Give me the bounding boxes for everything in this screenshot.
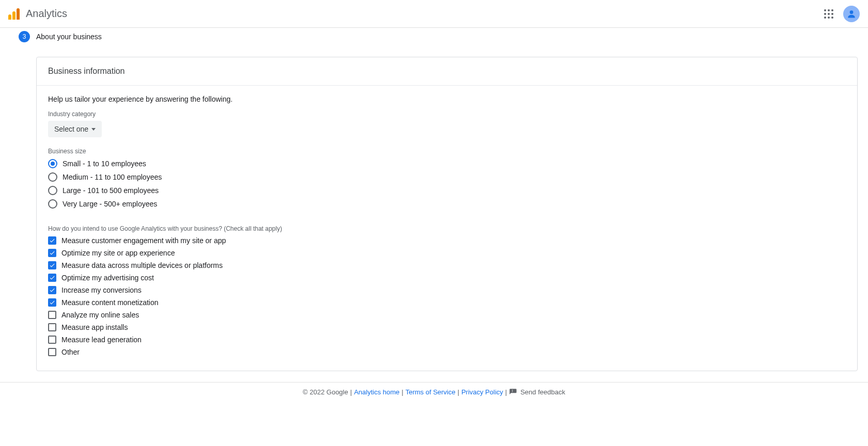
- intro-text: Help us tailor your experience by answer…: [48, 95, 846, 103]
- apps-grid-icon[interactable]: [823, 8, 835, 20]
- business-size-option-label: Medium - 11 to 100 employees: [63, 173, 162, 181]
- app-header: Analytics: [0, 0, 868, 28]
- radio-icon: [48, 172, 57, 182]
- checkbox-icon: [48, 311, 56, 319]
- usage-option-label: Optimize my advertising cost: [61, 274, 154, 282]
- page-footer: © 2022 Google | Analytics home | Terms o…: [0, 382, 868, 402]
- usage-option-label: Measure content monetization: [61, 298, 159, 307]
- business-size-option[interactable]: Very Large - 500+ employees: [48, 199, 846, 209]
- checkbox-icon: [48, 261, 56, 269]
- business-size-options: Small - 1 to 10 employeesMedium - 11 to …: [48, 159, 846, 209]
- checkbox-icon: [48, 274, 56, 282]
- business-size-option-label: Small - 1 to 10 employees: [63, 160, 146, 168]
- usage-option-label: Measure customer engagement with my site…: [61, 236, 226, 245]
- checkbox-icon: [48, 348, 56, 356]
- footer-sep: |: [505, 388, 507, 396]
- footer-link-privacy[interactable]: Privacy Policy: [461, 388, 503, 396]
- app-title: Analytics: [26, 8, 67, 20]
- footer-copyright: © 2022 Google: [303, 388, 348, 396]
- main-content[interactable]: 3 About your business Business informati…: [0, 28, 868, 382]
- checkbox-icon: [48, 336, 56, 344]
- usage-option[interactable]: Measure lead generation: [48, 336, 846, 344]
- usage-option[interactable]: Measure content monetization: [48, 298, 846, 307]
- footer-sep: |: [457, 388, 459, 396]
- step-title: About your business: [36, 33, 102, 41]
- business-size-option-label: Very Large - 500+ employees: [63, 200, 157, 208]
- feedback-icon: [509, 388, 517, 396]
- checkbox-icon: [48, 298, 56, 307]
- usage-option-label: Measure app installs: [61, 323, 128, 331]
- checkbox-icon: [48, 323, 56, 331]
- feedback-label: Send feedback: [520, 388, 565, 396]
- svg-point-0: [824, 9, 826, 11]
- svg-point-8: [831, 17, 833, 19]
- usage-option-label: Measure lead generation: [61, 336, 142, 344]
- svg-point-7: [828, 17, 830, 19]
- svg-point-3: [824, 13, 826, 15]
- svg-point-4: [828, 13, 830, 15]
- industry-select-value: Select one: [54, 125, 88, 133]
- usage-option-label: Increase my conversions: [61, 286, 142, 294]
- usage-question-label: How do you intend to use Google Analytic…: [48, 225, 846, 232]
- business-size-label: Business size: [48, 148, 846, 155]
- usage-option-label: Measure data across multiple devices or …: [61, 261, 223, 269]
- step-header: 3 About your business: [19, 31, 858, 42]
- radio-icon: [48, 186, 57, 195]
- industry-category-select[interactable]: Select one: [48, 121, 102, 137]
- svg-point-2: [831, 9, 833, 11]
- send-feedback-button[interactable]: Send feedback: [509, 388, 565, 396]
- business-size-option[interactable]: Large - 101 to 500 employees: [48, 186, 846, 195]
- analytics-logo-icon: [8, 8, 20, 20]
- business-size-option[interactable]: Small - 1 to 10 employees: [48, 159, 846, 168]
- svg-point-1: [828, 9, 830, 11]
- usage-option[interactable]: Analyze my online sales: [48, 311, 846, 319]
- usage-option-label: Optimize my site or app experience: [61, 249, 175, 257]
- usage-option[interactable]: Other: [48, 348, 846, 356]
- chevron-down-icon: [91, 128, 96, 131]
- business-info-card: Business information Help us tailor your…: [36, 57, 858, 371]
- checkbox-icon: [48, 249, 56, 257]
- footer-sep: |: [401, 388, 403, 396]
- card-title: Business information: [37, 57, 857, 86]
- person-icon: [846, 9, 857, 19]
- usage-option[interactable]: Optimize my advertising cost: [48, 274, 846, 282]
- user-avatar[interactable]: [843, 6, 860, 22]
- usage-option[interactable]: Measure data across multiple devices or …: [48, 261, 846, 269]
- industry-category-label: Industry category: [48, 110, 846, 118]
- usage-option[interactable]: Optimize my site or app experience: [48, 249, 846, 257]
- footer-link-terms[interactable]: Terms of Service: [406, 388, 456, 396]
- step-number-badge: 3: [19, 31, 30, 42]
- usage-option[interactable]: Measure customer engagement with my site…: [48, 236, 846, 245]
- svg-point-6: [824, 17, 826, 19]
- business-size-option[interactable]: Medium - 11 to 100 employees: [48, 172, 846, 182]
- header-right: [823, 6, 860, 22]
- card-body: Help us tailor your experience by answer…: [37, 86, 857, 371]
- radio-icon: [48, 199, 57, 209]
- usage-options: Measure customer engagement with my site…: [48, 236, 846, 356]
- footer-link-analytics-home[interactable]: Analytics home: [354, 388, 399, 396]
- header-left: Analytics: [8, 8, 67, 20]
- checkbox-icon: [48, 236, 56, 245]
- checkbox-icon: [48, 286, 56, 294]
- footer-sep: |: [350, 388, 352, 396]
- radio-icon: [48, 159, 57, 168]
- svg-point-9: [850, 10, 854, 14]
- usage-option[interactable]: Increase my conversions: [48, 286, 846, 294]
- svg-point-5: [831, 13, 833, 15]
- usage-option[interactable]: Measure app installs: [48, 323, 846, 331]
- usage-option-label: Analyze my online sales: [61, 311, 139, 319]
- business-size-option-label: Large - 101 to 500 employees: [63, 186, 159, 195]
- usage-option-label: Other: [61, 348, 80, 356]
